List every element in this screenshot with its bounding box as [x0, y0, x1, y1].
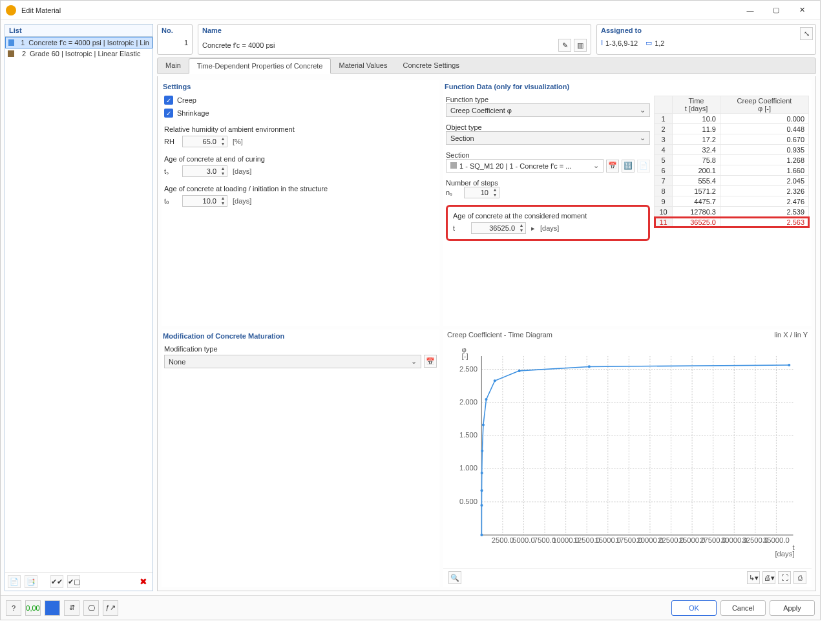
new-item-icon[interactable]: 📄 — [8, 575, 21, 588]
creep-checkbox[interactable]: ✓ Creep — [164, 96, 437, 105]
check-all-icon[interactable]: ✔✔ — [50, 575, 63, 588]
help-icon[interactable]: ? — [6, 600, 21, 616]
shrinkage-checkbox[interactable]: ✓ Shrinkage — [164, 109, 437, 118]
svg-text:35000.0: 35000.0 — [763, 536, 790, 544]
section-select[interactable]: 1 - SQ_M1 20 | 1 - Concrete f'c = ... ⌄ — [446, 159, 604, 173]
table-row[interactable]: 6200.11.660 — [655, 165, 809, 176]
table-row[interactable]: 317.20.670 — [655, 134, 809, 145]
maximize-button[interactable]: ▢ — [763, 1, 789, 19]
color-icon[interactable] — [45, 600, 60, 616]
t0-label: Age of concrete at loading / initiation … — [164, 185, 437, 193]
name-field: Name Concrete f'c = 4000 psi ✎ ▥ — [198, 24, 591, 55]
view-icon[interactable]: 🖵 — [83, 600, 99, 616]
list-item[interactable]: 1 Concrete f'c = 4000 psi | Isotropic | … — [5, 37, 152, 48]
rh-input[interactable]: 65.0▴▾ — [182, 136, 227, 147]
svg-point-44 — [480, 534, 483, 536]
tab-main[interactable]: Main — [158, 58, 189, 73]
list-item-number: 1 — [18, 39, 25, 47]
export-chart-icon[interactable]: ⎙ — [793, 571, 806, 584]
age-of-concrete-highlight: Age of concrete at the considered moment… — [446, 205, 650, 241]
minimize-button[interactable]: — — [737, 1, 763, 19]
list-item[interactable]: 2 Grade 60 | Isotropic | Linear Elastic — [5, 48, 152, 59]
calendar-icon[interactable]: 📅 — [424, 355, 437, 368]
close-button[interactable]: ✕ — [789, 1, 815, 19]
table-row[interactable]: 81571.22.326 — [655, 186, 809, 196]
svg-text:[-]: [-] — [462, 352, 468, 360]
number-of-steps-input[interactable]: 10▴▾ — [464, 187, 499, 198]
ts-input[interactable]: 3.0▴▾ — [182, 165, 227, 177]
copy-item-icon[interactable]: 📑 — [25, 575, 37, 588]
apply-button[interactable]: Apply — [770, 600, 815, 616]
delete-icon[interactable]: ✖ — [137, 575, 150, 588]
renumber-icon[interactable]: 🔢 — [622, 160, 635, 173]
svg-text:2500.0: 2500.0 — [492, 536, 514, 544]
chevron-down-icon: ⌄ — [593, 162, 599, 170]
object-type-label: Object type — [446, 123, 650, 131]
function-type-select[interactable]: Creep Coefficient φ⌄ — [446, 103, 650, 117]
svg-text:2.500: 2.500 — [459, 364, 478, 372]
list-item-label: Grade 60 | Isotropic | Linear Elastic — [30, 50, 140, 58]
object-type-select[interactable]: Section⌄ — [446, 131, 650, 145]
svg-text:1.500: 1.500 — [459, 431, 478, 439]
assigned-sections: 1-3,6,9-12 — [605, 39, 638, 47]
svg-point-49 — [482, 424, 485, 426]
titlebar: Edit Material — ▢ ✕ — [1, 1, 820, 20]
svg-point-48 — [481, 450, 483, 452]
svg-point-50 — [485, 398, 487, 401]
axis-settings-icon[interactable]: ↳▾ — [747, 571, 760, 584]
section-icon: Ⅰ — [601, 39, 603, 47]
table-row[interactable]: 1012780.32.539 — [655, 207, 809, 217]
t0-input[interactable]: 10.0▴▾ — [182, 195, 227, 207]
pick-icon[interactable]: ⤡ — [800, 27, 813, 40]
number-of-steps-label: Number of steps — [446, 179, 650, 187]
header-fields: No. 1 Name Concrete f'c = 4000 psi ✎ ▥ A… — [157, 24, 816, 55]
table-row[interactable]: 110.00.000 — [655, 114, 809, 124]
modification-type-label: Modification type — [164, 345, 437, 353]
table-row[interactable]: 94475.72.476 — [655, 196, 809, 207]
section-label: Section — [446, 151, 650, 159]
ok-button[interactable]: OK — [671, 600, 717, 616]
age-input[interactable]: 36525.0▴▾ — [471, 222, 526, 234]
table-row[interactable]: 432.40.935 — [655, 145, 809, 155]
rh-label: Relative humidity of ambient environment — [164, 125, 437, 133]
tab-time-dependent[interactable]: Time-Dependent Properties of Concrete — [189, 58, 331, 74]
creep-diagram: 0.5001.0001.5002.0002.5002500.05000.0750… — [448, 342, 806, 565]
print-icon[interactable]: 🖨▾ — [762, 571, 775, 584]
modification-header: Modification of Concrete Maturation — [162, 330, 439, 345]
calendar-icon[interactable]: 📅 — [606, 160, 619, 173]
svg-point-51 — [494, 379, 496, 382]
library-icon[interactable]: ▥ — [574, 39, 587, 52]
table-row[interactable]: 211.90.448 — [655, 124, 809, 134]
cancel-button[interactable]: Cancel — [720, 600, 766, 616]
svg-point-47 — [481, 472, 483, 474]
maximize-chart-icon[interactable]: ⛶ — [778, 571, 791, 584]
chevron-down-icon: ⌄ — [640, 134, 646, 142]
tab-material-values[interactable]: Material Values — [331, 58, 395, 73]
units-icon[interactable]: 0,00 — [25, 600, 41, 616]
check-icon: ✓ — [164, 96, 173, 105]
modification-type-select[interactable]: None⌄ — [164, 355, 421, 368]
assigned-to-field: Assigned to Ⅰ 1-3,6,9-12 ▭ 1,2 ⤡ — [596, 24, 816, 55]
check-button-icon[interactable]: ✔▢ — [67, 575, 80, 588]
svg-point-52 — [518, 370, 521, 372]
tab-concrete-settings[interactable]: Concrete Settings — [395, 58, 467, 73]
name-value[interactable]: Concrete f'c = 4000 psi — [202, 41, 275, 49]
table-row[interactable]: 575.81.268 — [655, 155, 809, 165]
settings-panel: Settings ✓ Creep ✓ Shrinkage Relative hu… — [162, 80, 439, 326]
svg-text:1.000: 1.000 — [459, 464, 478, 472]
no-value[interactable]: 1 — [158, 36, 192, 49]
window-title: Edit Material — [21, 6, 61, 14]
creep-label: Creep — [177, 96, 196, 104]
tree-icon[interactable]: ⇵ — [64, 600, 79, 616]
edit-name-icon[interactable]: ✎ — [558, 39, 571, 52]
svg-point-45 — [480, 504, 483, 507]
zoom-icon[interactable]: 🔍 — [448, 571, 461, 584]
function-icon[interactable]: ƒ↗ — [103, 600, 118, 616]
axis-mode: lin X / lin Y — [774, 331, 808, 339]
table-row[interactable]: 1136525.02.563 — [655, 217, 809, 227]
svg-point-54 — [788, 364, 790, 366]
table-row[interactable]: 7555.42.045 — [655, 176, 809, 186]
play-icon[interactable]: ▸ — [531, 224, 535, 233]
no-field: No. 1 — [157, 24, 193, 55]
creep-table: Timet [days] Creep Coefficientφ [-] 110.… — [654, 96, 809, 227]
